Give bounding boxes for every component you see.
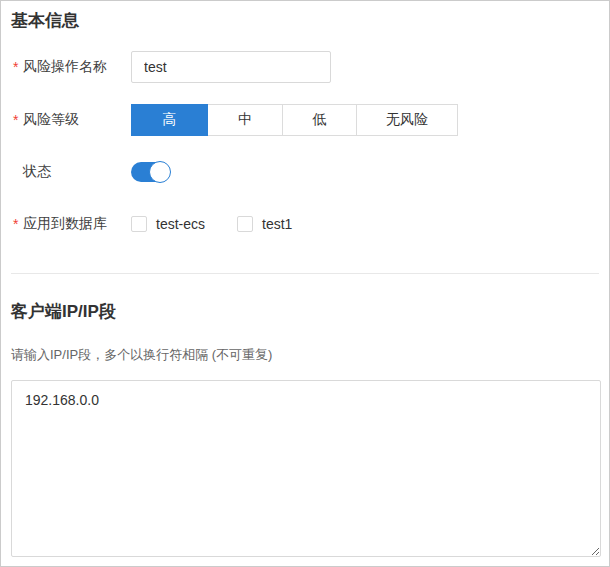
risk-level-row: * 风险等级 高 中 低 无风险 [1,104,609,136]
risk-level-none-button[interactable]: 无风险 [356,104,458,136]
client-ip-title: 客户端IP/IP段 [1,301,609,323]
apply-database-label-text: 应用到数据库 [23,215,107,233]
risk-level-label: * 风险等级 [13,111,131,129]
status-row: 状态 [1,162,609,182]
client-ip-textarea[interactable]: 192.168.0.0 [11,380,601,557]
checkbox-icon[interactable] [237,216,253,232]
apply-database-row: * 应用到数据库 test-ecs test1 [1,215,609,233]
risk-operation-name-row: * 风险操作名称 [1,51,609,83]
status-label: 状态 [13,163,131,181]
risk-level-medium-button[interactable]: 中 [207,104,283,136]
risk-operation-name-label: * 风险操作名称 [13,58,131,76]
status-toggle[interactable] [131,162,169,182]
basic-info-title: 基本信息 [1,10,609,32]
apply-database-label: * 应用到数据库 [13,215,131,233]
required-asterisk: * [13,113,23,127]
section-divider [11,273,599,274]
checkbox-item-test1[interactable]: test1 [237,216,292,232]
required-asterisk: * [13,60,23,74]
form-page: 基本信息 * 风险操作名称 * 风险等级 高 中 低 无风险 状态 * [0,0,610,567]
client-ip-hint: 请输入IP/IP段，多个以换行符相隔 (不可重复) [11,347,609,363]
checkbox-label-test1: test1 [262,216,292,232]
risk-operation-name-label-text: 风险操作名称 [23,58,107,76]
checkbox-label-test-ecs: test-ecs [156,216,205,232]
status-label-text: 状态 [23,163,51,181]
risk-level-label-text: 风险等级 [23,111,79,129]
required-asterisk: * [13,217,23,231]
risk-level-low-button[interactable]: 低 [282,104,357,136]
risk-operation-name-input[interactable] [131,51,331,83]
checkbox-icon[interactable] [131,216,147,232]
toggle-knob-icon [149,161,171,183]
risk-level-high-button[interactable]: 高 [131,104,208,136]
risk-level-button-group: 高 中 低 无风险 [131,104,458,136]
checkbox-item-test-ecs[interactable]: test-ecs [131,216,205,232]
